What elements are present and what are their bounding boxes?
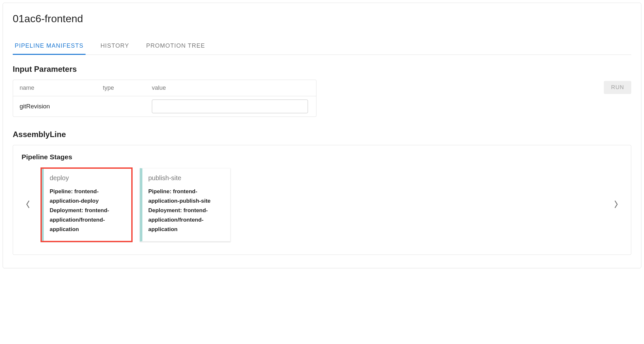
param-type (96, 96, 145, 117)
stage-pipeline-line: Pipeline: frontend-application-publish-s… (148, 187, 224, 206)
tab-promotion-tree[interactable]: PROMOTION TREE (144, 38, 207, 55)
assembly-card: Pipeline Stages deploy Pipeline: fronten… (13, 145, 631, 255)
stages-container: deploy Pipeline: frontend-application-de… (41, 168, 603, 242)
stage-title: deploy (50, 174, 126, 182)
tab-history[interactable]: HISTORY (99, 38, 131, 55)
run-button[interactable]: RUN (604, 81, 631, 94)
stage-card-publish-site[interactable]: publish-site Pipeline: frontend-applicat… (140, 168, 231, 242)
input-parameters-heading: Input Parameters (13, 65, 631, 74)
stages-row: deploy Pipeline: frontend-application-de… (22, 168, 622, 242)
input-params-row: name type value gitRevision RUN (13, 80, 631, 117)
pipeline-stages-heading: Pipeline Stages (22, 153, 622, 161)
tab-pipeline-manifests[interactable]: PIPELINE MANIFESTS (13, 38, 86, 55)
stage-deployment-line: Deployment: frontend-application/fronten… (148, 206, 224, 234)
param-value-input[interactable] (152, 100, 308, 113)
col-header-value: value (145, 80, 316, 96)
page-title: 01ac6-frontend (13, 13, 631, 25)
tabs: PIPELINE MANIFESTS HISTORY PROMOTION TRE… (13, 38, 631, 55)
stage-pipeline-line: Pipeline: frontend-application-deploy (50, 187, 126, 206)
param-name: gitRevision (13, 96, 96, 117)
prev-stage-button[interactable] (22, 198, 35, 211)
chevron-right-icon (613, 200, 619, 210)
main-card: 01ac6-frontend PIPELINE MANIFESTS HISTOR… (3, 3, 641, 268)
chevron-left-icon (25, 200, 31, 210)
stage-card-deploy[interactable]: deploy Pipeline: frontend-application-de… (41, 168, 132, 242)
col-header-type: type (96, 80, 145, 96)
params-table-header: name type value (13, 80, 316, 96)
params-table: name type value gitRevision (13, 80, 316, 117)
param-value-cell (145, 96, 316, 117)
assemblyline-heading: AssemblyLine (13, 130, 631, 139)
next-stage-button[interactable] (609, 198, 622, 211)
params-table-row: gitRevision (13, 96, 316, 117)
stage-deployment-line: Deployment: frontend-application/fronten… (50, 206, 126, 234)
stage-title: publish-site (148, 174, 224, 182)
col-header-name: name (13, 80, 96, 96)
